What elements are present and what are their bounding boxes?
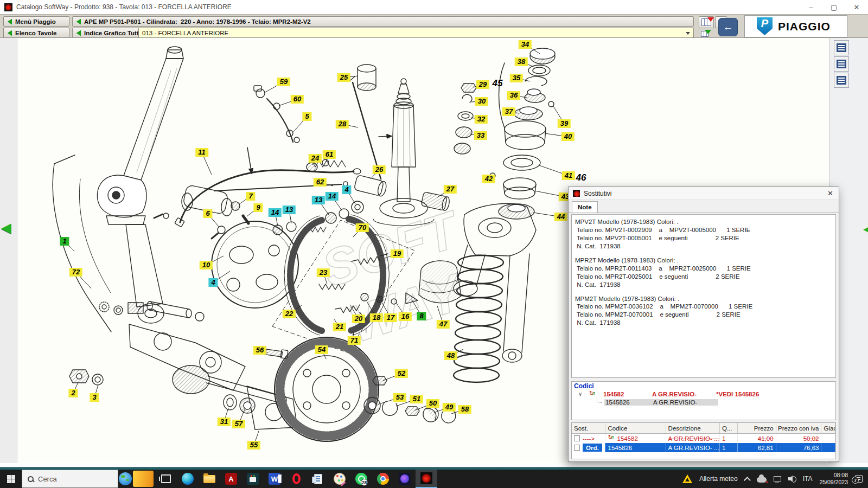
callout-8[interactable]: 8 xyxy=(417,312,426,320)
notification-center-icon[interactable]: 7 xyxy=(855,475,863,483)
callout-7[interactable]: 7 xyxy=(246,192,255,201)
callout-24[interactable]: 24 xyxy=(309,154,322,163)
callout-9[interactable]: 9 xyxy=(253,203,263,212)
taskbar-item-task-view[interactable] xyxy=(155,470,177,488)
column-header-giac[interactable]: Giac... xyxy=(821,423,835,433)
callout-4[interactable]: 4 xyxy=(208,278,218,287)
callout-70[interactable]: 70 xyxy=(356,223,369,232)
column-header-codice[interactable]: Codice xyxy=(605,423,666,433)
callout-52[interactable]: 52 xyxy=(395,369,408,378)
callout-51[interactable]: 51 xyxy=(410,395,423,403)
callout-16[interactable]: 16 xyxy=(399,312,412,321)
callout-4[interactable]: 4 xyxy=(342,185,351,194)
taskbar-item-whatsapp[interactable]: 28 xyxy=(350,470,372,488)
taskbar-item-edge[interactable] xyxy=(177,470,199,488)
callout-22[interactable]: 22 xyxy=(283,310,296,318)
previous-table-arrow-button[interactable]: ◀ xyxy=(1,221,11,234)
taskbar-item-catalogo-softway[interactable] xyxy=(416,470,437,488)
row-checkbox[interactable] xyxy=(574,445,580,451)
callout-33[interactable]: 33 xyxy=(474,131,487,140)
taskbar-item-pc-manager[interactable] xyxy=(307,470,329,488)
callout-5[interactable]: 5 xyxy=(302,112,311,121)
callout-49[interactable]: 49 xyxy=(443,403,456,412)
tab-note[interactable]: Note xyxy=(572,201,598,213)
filter-button[interactable] xyxy=(699,16,714,28)
product-info-button[interactable]: APE MP P501-P601 - Cilindrata: 220 - Ann… xyxy=(72,16,694,27)
taskbar-item-word[interactable]: W xyxy=(264,470,285,488)
callout-60[interactable]: 60 xyxy=(291,95,304,104)
network-icon[interactable] xyxy=(774,476,781,481)
weather-alert-label[interactable]: Allerta meteo xyxy=(699,475,738,483)
callout-29[interactable]: 29 xyxy=(476,80,489,89)
callout-20[interactable]: 20 xyxy=(352,314,365,323)
callout-56[interactable]: 56 xyxy=(253,346,266,355)
row-checkbox[interactable] xyxy=(574,435,580,441)
elenco-tavole-button[interactable]: Elenco Tavole xyxy=(3,28,69,38)
column-header-prezzoconiva[interactable]: Prezzo con iva xyxy=(776,423,822,433)
table-row-154582[interactable]: ---->↻↺154582A GR.REVISIO- ...141,0050,0… xyxy=(572,434,835,443)
callout-59[interactable]: 59 xyxy=(277,78,290,86)
next-table-arrow-button[interactable]: ◀ xyxy=(863,221,868,236)
callout-55[interactable]: 55 xyxy=(247,441,260,450)
callout-14[interactable]: 14 xyxy=(326,192,339,201)
minimize-button[interactable]: – xyxy=(800,0,822,14)
callout-39[interactable]: 39 xyxy=(558,119,571,128)
callout-48[interactable]: 48 xyxy=(444,351,457,360)
callout-42[interactable]: 42 xyxy=(482,175,495,183)
callout-40[interactable]: 40 xyxy=(561,132,575,141)
parts-cart-button[interactable] xyxy=(834,40,849,55)
code-tree-row[interactable]: ∨↻↺154582A GR.REVISIO-*VEDI 1545826 xyxy=(572,391,835,399)
callout-13[interactable]: 13 xyxy=(283,206,296,214)
callout-31[interactable]: 31 xyxy=(218,418,231,426)
taskbar-item-opera[interactable] xyxy=(285,470,307,488)
callout-44[interactable]: 44 xyxy=(554,213,567,221)
callout-18[interactable]: 18 xyxy=(370,313,383,322)
volume-icon[interactable] xyxy=(788,476,796,482)
callout-47[interactable]: 47 xyxy=(437,320,450,329)
popup-close-button[interactable]: ✕ xyxy=(827,189,833,197)
expander-icon[interactable]: ∨ xyxy=(578,391,582,397)
callout-6[interactable]: 6 xyxy=(203,209,212,218)
callout-53[interactable]: 53 xyxy=(393,393,406,402)
maximize-button[interactable]: ▢ xyxy=(822,0,845,14)
callout-26[interactable]: 26 xyxy=(373,165,386,174)
weather-alert-icon[interactable] xyxy=(682,474,692,483)
code-tree-row[interactable]: 1545826A GR.REVISIO- xyxy=(572,399,835,407)
language-indicator[interactable]: ITA xyxy=(803,475,813,483)
table-select-combobox[interactable]: 013 - FORCELLA ANTERIORE xyxy=(138,28,694,38)
callout-35[interactable]: 35 xyxy=(510,74,523,82)
column-header-sost[interactable]: Sost. xyxy=(572,423,605,433)
column-header-q[interactable]: Q... xyxy=(720,423,738,433)
callout-21[interactable]: 21 xyxy=(333,323,346,331)
cloud-sync-error-icon[interactable] xyxy=(757,477,767,483)
callout-3[interactable]: 3 xyxy=(90,393,99,402)
taskbar-item-chrome[interactable] xyxy=(372,470,394,488)
callout-19[interactable]: 19 xyxy=(391,249,404,258)
hand-parts-button[interactable] xyxy=(834,73,849,88)
taskbar-item-file-explorer[interactable] xyxy=(199,470,220,488)
callout-46[interactable]: 46 xyxy=(573,174,589,182)
callout-28[interactable]: 28 xyxy=(336,120,349,129)
callout-54[interactable]: 54 xyxy=(315,345,328,354)
callout-23[interactable]: 23 xyxy=(317,268,330,277)
callout-61[interactable]: 61 xyxy=(323,150,336,159)
taskbar-item-paint[interactable] xyxy=(329,470,350,488)
callout-25[interactable]: 25 xyxy=(337,73,350,82)
callout-2[interactable]: 2 xyxy=(68,389,78,397)
callout-27[interactable]: 27 xyxy=(444,185,457,194)
callout-57[interactable]: 57 xyxy=(232,420,245,428)
start-button[interactable] xyxy=(0,470,22,488)
menu-piaggio-button[interactable]: Menù Piaggio xyxy=(3,16,69,27)
callout-14[interactable]: 14 xyxy=(269,208,282,217)
callout-30[interactable]: 30 xyxy=(475,97,488,106)
clock[interactable]: 08:08 25/09/2023 xyxy=(819,472,848,485)
news-globe-icon[interactable] xyxy=(119,472,132,485)
table-row-1545826[interactable]: Ord.1545826A GR.REVISIO- ...162,8176,63 xyxy=(572,443,835,452)
callout-13[interactable]: 13 xyxy=(312,196,325,204)
callout-10[interactable]: 10 xyxy=(200,261,213,269)
tray-chevron-up-icon[interactable] xyxy=(744,477,751,484)
report-list-button[interactable] xyxy=(834,56,849,72)
graphic-filter-button[interactable] xyxy=(699,29,711,38)
callout-17[interactable]: 17 xyxy=(384,313,397,322)
taskbar-item-microsoft-store[interactable] xyxy=(242,470,264,488)
